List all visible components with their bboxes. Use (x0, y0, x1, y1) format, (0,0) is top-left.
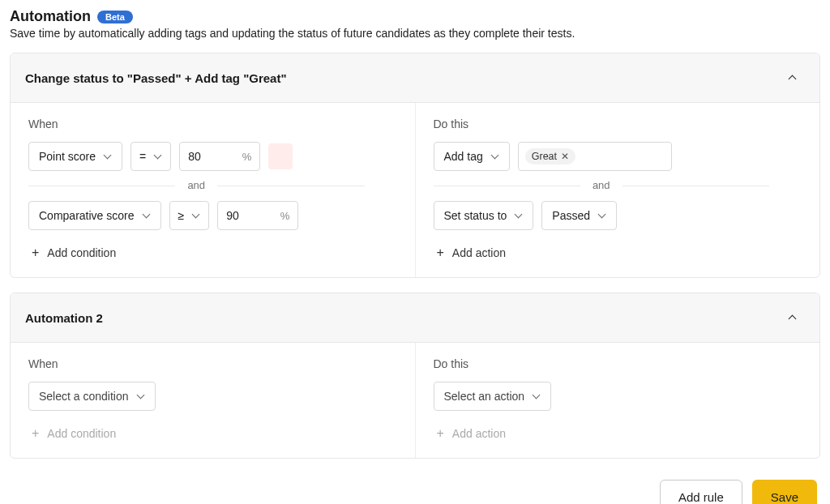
status-value: Passed (552, 209, 590, 222)
do-this-section: Do this Select an action + Add action (415, 343, 820, 458)
beta-badge: Beta (97, 11, 133, 23)
delete-condition-button[interactable] (268, 143, 293, 169)
action-type-select[interactable]: Select an action (434, 382, 552, 411)
add-condition-button[interactable]: + Add condition (28, 246, 116, 259)
condition-placeholder: Select a condition (39, 390, 129, 403)
plus-icon: + (437, 246, 444, 259)
do-this-section: Do this Add tag Great ✕ and (415, 103, 820, 277)
action-type-value: Add tag (444, 150, 483, 163)
delete-rule-button[interactable] (740, 65, 764, 91)
delete-action-button[interactable] (680, 143, 704, 169)
chevron-down-icon (104, 152, 112, 160)
save-button[interactable]: Save (752, 480, 817, 504)
action-placeholder: Select an action (444, 390, 525, 403)
do-this-label: Do this (434, 117, 802, 130)
add-action-label: Add action (452, 246, 506, 259)
rule-title: Automation 2 (25, 311, 103, 325)
condition-field-value: Comparative score (39, 209, 135, 222)
chevron-down-icon (143, 211, 151, 220)
tag-chip-label: Great (532, 151, 557, 162)
delete-condition-button[interactable] (306, 203, 331, 229)
page-subtitle: Save time by automatically adding tags a… (10, 27, 820, 40)
condition-field-select[interactable]: Point score (28, 142, 122, 171)
add-action-label: Add action (452, 427, 506, 440)
chevron-down-icon (137, 392, 145, 400)
trash-icon (747, 72, 759, 84)
condition-value-input[interactable]: 80 % (179, 142, 260, 171)
remove-tag-button[interactable]: ✕ (561, 151, 569, 162)
trash-icon (275, 151, 287, 163)
tag-input[interactable]: Great ✕ (518, 142, 672, 171)
chevron-down-icon (192, 211, 200, 220)
condition-operator-select[interactable]: ≥ (169, 201, 210, 230)
automation-rule-card: Change status to "Passed" + Add tag "Gre… (10, 53, 820, 278)
condition-field-select[interactable]: Select a condition (28, 382, 156, 411)
delete-condition-button[interactable] (164, 383, 188, 409)
delete-action-button[interactable] (625, 203, 649, 229)
and-separator: and (28, 179, 365, 191)
plus-icon: + (32, 246, 39, 259)
add-action-button: + Add action (434, 427, 507, 440)
condition-field-value: Point score (39, 150, 96, 163)
trash-icon (686, 151, 698, 163)
trash-icon (313, 210, 325, 222)
rule-title: Change status to "Passed" + Add tag "Gre… (25, 71, 287, 85)
status-select[interactable]: Passed (541, 201, 617, 230)
trash-icon (747, 312, 759, 324)
condition-value: 80 (188, 150, 201, 163)
condition-row: Point score = 80 % (28, 142, 397, 171)
plus-icon: + (437, 427, 444, 440)
action-type-select[interactable]: Set status to (434, 201, 534, 230)
action-row: Select an action (434, 382, 802, 411)
delete-action-button[interactable] (559, 383, 584, 409)
when-section: When Select a condition + Add condition (11, 343, 415, 458)
chevron-down-icon (598, 211, 606, 220)
when-section: When Point score = 80 % and (11, 103, 415, 277)
add-action-button[interactable]: + Add action (434, 246, 507, 259)
rule-header: Change status to "Passed" + Add tag "Gre… (11, 53, 819, 103)
page-title: Automation (10, 8, 91, 25)
condition-value: 90 (226, 209, 239, 222)
do-this-label: Do this (434, 357, 802, 370)
rule-header: Automation 2 (11, 293, 819, 343)
action-type-select[interactable]: Add tag (434, 142, 510, 171)
trash-icon (566, 391, 578, 403)
condition-row: Select a condition (28, 382, 397, 411)
condition-value-input[interactable]: 90 % (217, 201, 298, 230)
add-rule-button[interactable]: Add rule (660, 480, 742, 504)
chevron-down-icon (154, 152, 162, 160)
percent-suffix: % (280, 210, 290, 222)
percent-suffix: % (242, 151, 252, 163)
add-condition-button: + Add condition (28, 427, 116, 440)
trash-icon (631, 210, 644, 222)
trash-icon (169, 391, 182, 403)
action-row: Add tag Great ✕ (434, 142, 802, 171)
automation-rule-card: Automation 2 When Select a condition (10, 293, 820, 459)
delete-rule-button[interactable] (740, 305, 764, 331)
condition-operator-select[interactable]: = (130, 142, 171, 171)
collapse-button[interactable] (781, 65, 805, 91)
when-label: When (28, 117, 397, 130)
action-row: Set status to Passed (434, 201, 802, 230)
action-type-value: Set status to (444, 209, 507, 222)
condition-row: Comparative score ≥ 90 % (28, 201, 397, 230)
and-separator: and (434, 179, 770, 191)
footer-actions: Add rule Save (10, 473, 820, 504)
condition-field-select[interactable]: Comparative score (28, 201, 161, 230)
chevron-down-icon (515, 211, 523, 220)
collapse-button[interactable] (781, 305, 805, 331)
chevron-down-icon (491, 152, 499, 160)
condition-operator-value: = (139, 150, 146, 163)
chevron-down-icon (533, 392, 541, 400)
add-condition-label: Add condition (47, 246, 116, 259)
chevron-up-icon (789, 74, 797, 82)
plus-icon: + (32, 427, 39, 440)
chevron-up-icon (789, 314, 797, 322)
add-condition-label: Add condition (47, 427, 116, 440)
condition-operator-value: ≥ (178, 209, 185, 222)
when-label: When (28, 357, 397, 370)
tag-chip: Great ✕ (525, 148, 575, 164)
